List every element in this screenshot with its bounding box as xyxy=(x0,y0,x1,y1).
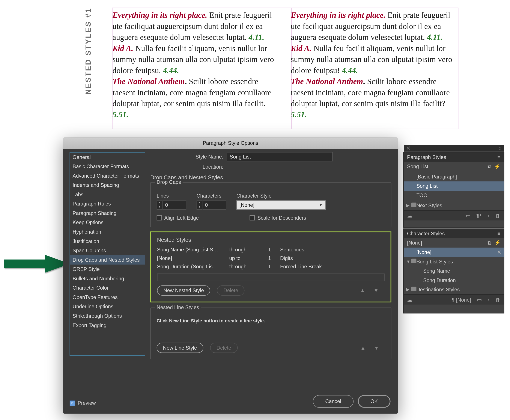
characters-stepper[interactable]: ▲▼ xyxy=(197,201,226,210)
align-left-edge-checkbox[interactable]: Align Left Edge xyxy=(157,215,199,221)
ns-style[interactable]: Song Duration (Song Lis… xyxy=(157,264,225,270)
chevron-up-icon[interactable]: ▲ xyxy=(197,201,202,205)
category-item[interactable]: Drop Caps and Nested Styles xyxy=(70,255,145,265)
ns-mode[interactable]: through xyxy=(229,247,259,253)
new-style-icon[interactable]: ⧉ xyxy=(488,164,491,169)
lines-input[interactable] xyxy=(163,201,186,210)
move-down-icon[interactable]: ▼ xyxy=(374,345,379,351)
category-item[interactable]: Tabs xyxy=(70,190,145,199)
clear-overrides-icon[interactable]: ¶⁺ xyxy=(476,213,482,218)
paragraph-style-list[interactable]: [Basic Paragraph]Song ListTOC xyxy=(404,171,504,201)
paragraph-style-item[interactable]: [Basic Paragraph] xyxy=(404,172,504,181)
category-item[interactable]: Hyphenation xyxy=(70,227,145,237)
current-style-row[interactable]: [None] ⧉ ⚡ xyxy=(404,238,504,248)
text-column-2[interactable]: Everything in its right place. Enit prat… xyxy=(291,8,459,122)
ns-unit[interactable]: Digits xyxy=(280,255,384,261)
delete-nested-style-button[interactable]: Delete xyxy=(217,285,245,296)
new-line-style-button[interactable]: New Line Style xyxy=(157,343,203,353)
chevron-down-icon[interactable]: ▼ xyxy=(197,205,202,209)
category-item[interactable]: Strikethrough Options xyxy=(70,311,145,321)
ns-count[interactable]: 1 xyxy=(263,247,276,253)
new-icon[interactable]: ▫ xyxy=(488,297,489,303)
category-item[interactable]: Export Tagging xyxy=(70,321,145,330)
disclosure-down-icon[interactable]: ▼ xyxy=(406,259,411,264)
category-item[interactable]: Paragraph Rules xyxy=(70,199,145,209)
style-item-none[interactable]: [None] ✕ xyxy=(404,248,504,257)
cc-libraries-icon[interactable]: ☁ xyxy=(407,297,412,303)
preview-checkbox[interactable]: Preview xyxy=(70,400,96,406)
paragraph-style-item[interactable]: TOC xyxy=(404,191,504,200)
chevron-up-icon[interactable]: ▲ xyxy=(157,201,162,205)
disclosure-right-icon[interactable]: ▶ xyxy=(406,287,410,292)
nested-line-hint: Click New Line Style button to create a … xyxy=(157,318,385,323)
paragraph-style-item[interactable]: Song List xyxy=(404,181,504,191)
category-item[interactable]: Span Columns xyxy=(70,246,145,255)
move-down-icon[interactable]: ▼ xyxy=(374,287,379,293)
category-item[interactable]: Keep Options xyxy=(70,218,145,227)
trash-icon[interactable]: 🗑 xyxy=(495,297,501,303)
category-item[interactable]: General xyxy=(70,152,145,162)
style-name-input[interactable] xyxy=(227,152,333,162)
new-icon[interactable]: ▫ xyxy=(488,213,489,218)
category-item[interactable]: Bullets and Numbering xyxy=(70,274,145,283)
ns-style[interactable]: Song Name (Song List S… xyxy=(157,247,225,253)
style-group-songlist[interactable]: ▼ Song List Styles xyxy=(404,257,504,266)
nested-styles-fieldset: Nested Styles Song Name (Song List S…thr… xyxy=(150,232,392,302)
trash-icon[interactable]: 🗑 xyxy=(495,213,501,218)
lines-stepper[interactable]: ▲▼ xyxy=(157,201,186,210)
ns-unit[interactable]: Sentences xyxy=(280,247,384,253)
ns-mode[interactable]: up to xyxy=(229,255,259,261)
folder-icon[interactable]: ▭ xyxy=(477,297,482,303)
category-item[interactable]: Advanced Character Formats xyxy=(70,171,145,181)
cancel-button[interactable]: Cancel xyxy=(313,395,354,408)
new-nested-style-button[interactable]: New Nested Style xyxy=(157,285,210,296)
category-item[interactable]: Character Color xyxy=(70,283,145,293)
ns-mode[interactable]: through xyxy=(229,264,259,270)
style-group-next[interactable]: ▶ Next Styles xyxy=(404,201,504,210)
collapse-icon[interactable]: « xyxy=(498,145,501,151)
lightning-icon[interactable]: ⚡ xyxy=(494,240,501,246)
category-item[interactable]: GREP Style xyxy=(70,265,145,274)
close-icon[interactable]: ✕ xyxy=(406,145,411,151)
current-style-row[interactable]: Song List ⧉ ⚡ xyxy=(404,162,504,171)
move-up-icon[interactable]: ▲ xyxy=(360,287,365,293)
dialog-category-list[interactable]: GeneralBasic Character FormatsAdvanced C… xyxy=(70,152,145,356)
delete-line-style-button[interactable]: Delete xyxy=(210,343,237,353)
characters-input[interactable] xyxy=(202,201,226,210)
footer-none[interactable]: [None] xyxy=(452,297,471,303)
ok-button[interactable]: OK xyxy=(358,395,390,408)
nested-style-row[interactable]: Song Name (Song List S…through1Sentences xyxy=(157,245,384,254)
nested-style-row[interactable]: [None]up to1Digits xyxy=(157,254,384,262)
text-column-1[interactable]: Everything in its right place. Enit prat… xyxy=(112,8,281,122)
style-group-destinations[interactable]: ▶ Destinations Styles xyxy=(404,285,504,294)
panel-menu-icon[interactable]: ≡ xyxy=(498,231,501,237)
nested-styles-table[interactable]: Song Name (Song List S…through1Sentences… xyxy=(157,245,384,271)
ns-unit[interactable]: Forced Line Break xyxy=(280,264,384,270)
cc-libraries-icon[interactable]: ☁ xyxy=(407,213,412,218)
nested-styles-editrow[interactable] xyxy=(157,273,384,281)
ns-count[interactable]: 1 xyxy=(263,264,276,270)
lightning-icon[interactable]: ⚡ xyxy=(494,164,501,169)
ns-style[interactable]: [None] xyxy=(157,255,225,261)
folder-icon[interactable]: ▭ xyxy=(466,213,471,218)
override-icon[interactable]: ✕ xyxy=(497,249,502,255)
category-item[interactable]: Underline Options xyxy=(70,302,145,311)
category-item[interactable]: OpenType Features xyxy=(70,292,145,302)
category-item[interactable]: Indents and Spacing xyxy=(70,181,145,190)
panel-menu-icon[interactable]: ≡ xyxy=(498,154,501,160)
character-style-label: Character Style xyxy=(237,193,326,199)
category-item[interactable]: Justification xyxy=(70,237,145,246)
move-up-icon[interactable]: ▲ xyxy=(360,345,365,351)
nested-style-row[interactable]: Song Duration (Song Lis…through1Forced L… xyxy=(157,262,384,271)
chevron-down-icon[interactable]: ▼ xyxy=(157,205,162,209)
scale-descenders-checkbox[interactable]: Scale for Descenders xyxy=(250,215,306,221)
character-style-select[interactable]: [None] ▼ xyxy=(237,201,326,210)
category-item[interactable]: Paragraph Shading xyxy=(70,209,145,218)
character-style-item[interactable]: Song Duration xyxy=(404,276,504,285)
panel-footer: ☁ [None] ▭ ▫ 🗑 xyxy=(404,294,504,305)
category-item[interactable]: Basic Character Formats xyxy=(70,162,145,171)
new-style-icon[interactable]: ⧉ xyxy=(488,240,491,246)
disclosure-right-icon[interactable]: ▶ xyxy=(406,203,410,208)
character-style-item[interactable]: Song Name xyxy=(404,266,504,276)
ns-count[interactable]: 1 xyxy=(263,255,276,261)
